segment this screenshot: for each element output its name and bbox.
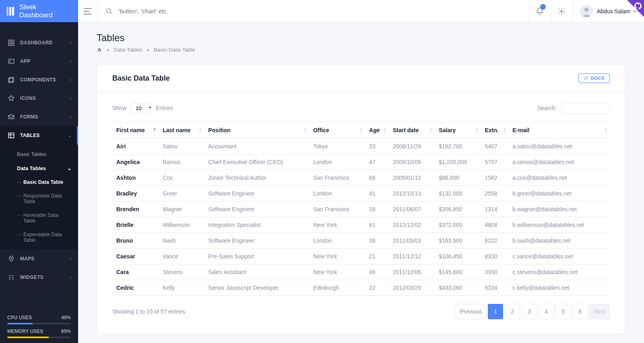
brand[interactable]: Sleek Dashboard	[0, 0, 78, 22]
table-cell: 6224	[481, 280, 508, 296]
cpu-label: CPU USES	[7, 315, 32, 320]
sidebar-toggle[interactable]	[78, 8, 97, 15]
memory-value: 65%	[61, 328, 71, 334]
table-cell: 2012/12/02	[389, 217, 435, 233]
breadcrumb-sep: ◆	[147, 48, 150, 52]
sort-icon: ▲▼	[383, 128, 386, 133]
table-cell: 3990	[481, 264, 508, 280]
pagination-page[interactable]: 5	[555, 304, 571, 319]
table-cell: 38	[365, 233, 389, 249]
table-row: AiriSatouAccountantTokyo332008/11/28$162…	[112, 139, 610, 154]
column-header[interactable]: E-mail▲▼	[508, 122, 610, 139]
pagination-page[interactable]: 3	[522, 304, 537, 319]
table-cell: 2012/03/29	[389, 280, 435, 296]
breadcrumb-link[interactable]: Data-Tables	[114, 47, 142, 53]
table-cell: $372,000	[435, 217, 481, 233]
table-cell: Sales Assistant	[204, 264, 309, 280]
column-header[interactable]: Position▲▼	[204, 122, 309, 139]
subsubnav-item[interactable]: Responsive Data Table	[0, 189, 78, 208]
nav-item-app[interactable]: APP›	[0, 52, 78, 71]
table-cell: $163,500	[435, 233, 481, 249]
pagination-prev[interactable]: Previous	[456, 304, 486, 319]
memory-bar	[7, 337, 71, 338]
nav-icon	[7, 113, 15, 121]
logo-icon	[6, 7, 15, 16]
table-search-input[interactable]	[561, 103, 610, 114]
table-cell: 2012/10/13	[389, 186, 435, 202]
subsubnav-item[interactable]: Expendable Data Table	[0, 228, 78, 247]
search-icon	[106, 8, 113, 15]
column-header[interactable]: Start date▲▼	[389, 122, 435, 139]
nav-item-icons[interactable]: ICONS›	[0, 89, 78, 108]
home-icon[interactable]	[97, 47, 102, 53]
table-cell: Bradley	[112, 186, 159, 202]
table-cell: Kelly	[159, 280, 204, 296]
table-cell: London	[309, 154, 365, 170]
nav-item-forms[interactable]: FORMS›	[0, 108, 78, 126]
svg-line-10	[110, 12, 112, 14]
nav-icon	[7, 255, 15, 263]
settings-button[interactable]	[551, 0, 572, 23]
cpu-value: 40%	[61, 315, 71, 320]
sort-icon: ▲▼	[198, 128, 202, 133]
table-row: CedricKellySenior Javascript DeveloperEd…	[112, 280, 610, 296]
brand-title: Sleek Dashboard	[19, 3, 72, 19]
table-cell: 1314	[481, 202, 508, 217]
table-cell: 2011/12/12	[389, 249, 435, 264]
column-header[interactable]: Extn.▲▼	[481, 122, 508, 139]
search-input[interactable]	[118, 8, 520, 15]
table-cell: $145,600	[435, 264, 481, 280]
table-cell: $206,850	[435, 202, 481, 217]
length-select[interactable]: 10	[131, 103, 151, 113]
column-header[interactable]: Office▲▼	[309, 122, 365, 139]
nav-item-tables[interactable]: TABLES⌄	[0, 126, 78, 145]
column-header[interactable]: Age▲▼	[365, 122, 389, 139]
svg-rect-0	[8, 40, 10, 42]
table-cell: 21	[365, 249, 389, 264]
column-header[interactable]: Salary▲▼	[435, 122, 481, 139]
column-header[interactable]: First name▲▼	[112, 122, 159, 139]
pagination-page[interactable]: 2	[505, 304, 520, 319]
table-cell: Junior Technical Author	[204, 170, 309, 186]
table-cell: Edinburgh	[309, 280, 365, 296]
nav-item-dashboard[interactable]: DASHBOARD›	[0, 33, 78, 52]
table-row: BrunoNashSoftware EngineerLondon382011/0…	[112, 233, 610, 249]
pagination-next[interactable]: Next	[589, 304, 610, 319]
table-cell: Chief Executive Officer (CEO)	[204, 154, 309, 170]
nav-item-widgets[interactable]: WIDGETS›	[0, 268, 78, 287]
table-row: CaesarVancePre-Sales SupportNew York2120…	[112, 249, 610, 264]
table-cell: Cara	[112, 264, 159, 280]
table-cell: Software Engineer	[204, 233, 309, 249]
column-header[interactable]: Last name▲▼	[159, 122, 204, 139]
table-cell: Brenden	[112, 202, 159, 217]
table-cell: 2011/05/03	[389, 233, 435, 249]
table-cell: Senior Javascript Developer	[204, 280, 309, 296]
subnav-item[interactable]: Basic Tables	[0, 147, 78, 161]
notifications-button[interactable]	[529, 0, 551, 23]
table-cell: London	[309, 186, 365, 202]
nav-item-maps[interactable]: MAPS›	[0, 249, 78, 268]
subsubnav-item[interactable]: Hoverable Data Table	[0, 208, 78, 228]
chevron-icon: ›	[70, 114, 72, 120]
pagination-page[interactable]: 1	[488, 304, 503, 319]
table-cell: Bruno	[112, 233, 159, 249]
pagination-page[interactable]: 4	[539, 304, 554, 319]
table-cell: New York	[309, 264, 365, 280]
nav-item-components[interactable]: COMPONENTS›	[0, 71, 78, 89]
table-cell: 2009/10/09	[389, 154, 435, 170]
table-cell: Vance	[159, 249, 204, 264]
table-cell: $1,200,000	[435, 154, 481, 170]
table-cell: c.stevens@datatables.net	[508, 264, 610, 280]
table-row: BrielleWilliamsonIntegration SpecialistN…	[112, 217, 610, 233]
subsubnav-item[interactable]: Basic Data Table	[0, 175, 78, 189]
header: Abdus Salam	[78, 0, 644, 23]
subnav-item[interactable]: Data Tables⌄	[0, 161, 78, 175]
table-cell: 47	[365, 154, 389, 170]
pagination-page[interactable]: 6	[572, 304, 588, 319]
sort-icon: ▲▼	[429, 128, 432, 133]
table-cell: Williamson	[159, 217, 204, 233]
pagination: Previous123456Next	[456, 304, 610, 319]
table-cell: b.williamson@datatables.net	[508, 217, 610, 233]
table-cell: Greer	[159, 186, 204, 202]
docs-button[interactable]: DOCS	[578, 73, 610, 83]
